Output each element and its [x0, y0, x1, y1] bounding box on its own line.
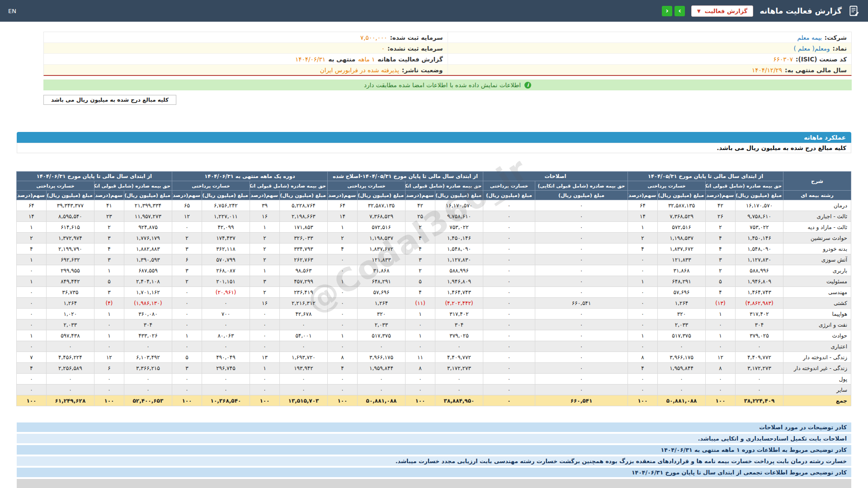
table-cell: ۲,۰۳۳	[357, 319, 405, 330]
table-cell: ۴۱	[94, 200, 124, 211]
table-cell: ۲	[405, 265, 435, 276]
performance-table-body: درمان۱۶,۱۷۰,۵۷۰۴۲۳۲,۵۸۷,۱۳۵۶۴۰۰۱۶,۱۷۰,۵۷…	[16, 200, 851, 406]
table-cell: ۸۰,۰۶۳	[202, 330, 250, 341]
insurance-line-label: جمع	[783, 395, 851, 406]
table-cell: ۳	[405, 254, 435, 265]
table-cell: ۱	[327, 222, 357, 233]
symbol-link[interactable]: ومعلم( معلم )	[793, 45, 830, 52]
table-cell: ۰	[483, 319, 535, 330]
col-subgroup-premium: حق بیمه صادره (شامل قبولی اتکایی)	[250, 181, 327, 191]
table-cell: ۲,۰۳۳	[658, 319, 706, 330]
table-cell: ۰	[357, 385, 405, 395]
table-cell: ۵۴,۰۰۱	[279, 330, 327, 341]
table-cell: ۰	[627, 385, 657, 395]
table-cell: ۳۳۴,۷۹۳	[279, 244, 327, 254]
table-cell: ۰	[46, 341, 94, 352]
table-cell: ۳۸,۲۲۴,۴۰۹	[736, 395, 783, 406]
col-subgroup-premium: حق بیمه صادره (شامل قبولی اتکایی)	[405, 181, 483, 191]
table-cell: ۷۵۳,۰۲۲	[435, 222, 483, 233]
table-cell: ۲	[172, 276, 202, 287]
col-group-prior-cumulative: از ابتدای سال مالی تا پایان مورخ ۱۴۰۴/۰۵…	[627, 172, 783, 181]
table-cell: ۰	[327, 319, 357, 330]
table-cell: ۳۲۶,۰۳۳	[279, 233, 327, 244]
performance-table: شرح از ابتدای سال مالی تا پایان مورخ ۱۴۰…	[16, 171, 851, 406]
table-cell: ۰	[736, 385, 783, 395]
language-toggle[interactable]: EN	[8, 8, 16, 14]
table-cell: ۱	[627, 330, 657, 341]
table-cell: ۰	[535, 254, 627, 265]
table-cell: ۲	[627, 233, 657, 244]
isic-label: کد صنعت (ISIC):	[796, 56, 847, 63]
table-cell: ۳۲۰	[658, 309, 706, 319]
table-cell: ۰	[250, 319, 279, 330]
table-cell: ۳	[94, 287, 124, 298]
symbol-cell: نماد: ومعلم( معلم )	[448, 43, 852, 53]
col-subgroup-claims: خسارت پرداختی	[627, 181, 705, 191]
table-cell: ۰	[483, 363, 535, 374]
table-cell: ۰	[535, 244, 627, 254]
table-cell: ۱۱,۹۵۷,۲۷۳	[124, 211, 172, 222]
isic-cell: کد صنعت (ISIC): ۶۶۰۳۰۷	[448, 54, 852, 64]
table-cell: ۰	[327, 341, 357, 352]
table-cell: ۱	[706, 309, 736, 319]
insurance-line-label: درمان	[783, 200, 851, 211]
table-cell: ۳۲۰	[357, 309, 405, 319]
report-type-select[interactable]: گزارش فعالیت ▼	[691, 5, 753, 17]
table-cell: ۹۲۴,۸۷۵	[124, 222, 172, 233]
table-cell: ۰	[327, 298, 357, 309]
table-cell: ۱	[627, 222, 657, 233]
table-cell: ۱۳,۵۱۵,۷۰۳	[279, 395, 327, 406]
col-header-amount: مبلغ (میلیون ریال)	[124, 191, 172, 200]
col-group-cumulative: از ابتدای سال مالی تا پایان مورخ ۱۴۰۴/۰۶…	[16, 172, 172, 181]
performance-amounts-note: کلیه مبالغ درج شده به میلیون ریال می باش…	[17, 143, 851, 153]
insurance-line-label: ثالث - مازاد و دیه	[783, 222, 851, 233]
table-cell: ۰	[535, 319, 627, 330]
col-subgroup-premium: حق بیمه صادره (شامل قبولی اتکایی)	[535, 181, 627, 191]
table-cell: ۱,۴۵۰,۱۴۶	[435, 233, 483, 244]
prev-report-button[interactable]: ‹	[662, 6, 672, 16]
table-cell: ۰	[357, 341, 405, 352]
table-row: نفت و انرژی۳۰۴۰۲,۰۳۳۰۰۰۳۰۴۰۲,۰۳۳۰۰۰۰۰۳۰۴…	[16, 319, 851, 330]
table-cell: ۴	[405, 244, 435, 254]
table-cell: ۰	[627, 341, 657, 352]
table-cell: ۷,۳۶۸,۵۲۹	[357, 211, 405, 222]
table-cell: ۱	[94, 330, 124, 341]
table-cell: ۰	[535, 374, 627, 385]
col-header-share: سهم(درصد)	[172, 191, 202, 200]
table-cell: ۳۷۹,۰۲۵	[435, 330, 483, 341]
table-cell: ۰	[16, 385, 46, 395]
table-row: کشتی(۴,۸۶۲,۹۸۳)(۱۳)۱,۲۶۴۰۶۶۰,۵۴۱۰(۴,۲۰۲,…	[16, 298, 851, 309]
table-cell: ۰	[627, 298, 657, 309]
company-label: شرکت:	[825, 34, 847, 41]
company-name-link[interactable]: بیمه معلم	[797, 34, 821, 41]
table-cell: ۴,۴۰۹,۷۷۲	[435, 352, 483, 363]
fiscal-year-cell: سال مالی منتهی به: ۱۴۰۴/۱۲/۲۹	[448, 65, 852, 75]
col-header-amount: مبلغ (میلیون ریال)	[357, 191, 405, 200]
table-cell: ۲۹۶,۷۴۵	[202, 363, 250, 374]
registered-capital-cell: سرمایه ثبت شده: ۷,۵۰۰,۰۰۰	[44, 32, 448, 42]
col-group-one-month: دوره یک ماهه منتهی به ۱۴۰۴/۰۶/۳۱	[172, 172, 327, 181]
table-cell: (۱,۹۸۶,۱۳۰)	[124, 298, 172, 309]
table-cell: ۰	[535, 341, 627, 352]
table-cell: ۲۰۱,۱۵۱	[202, 276, 250, 287]
col-subgroup-claims: خسارت پرداختی	[16, 181, 94, 191]
table-cell: ۱۲	[172, 211, 202, 222]
table-cell: ۰	[405, 385, 435, 395]
table-cell: ۵	[405, 276, 435, 287]
table-cell: ۵	[172, 352, 202, 363]
table-cell: ۸	[706, 363, 736, 374]
table-cell: ۰	[627, 265, 657, 276]
table-cell: ۹۸,۵۶۳	[279, 265, 327, 276]
table-cell: ۳,۱۷۲,۲۷۳	[435, 363, 483, 374]
col-header-amount: مبلغ (میلیون ریال)	[535, 191, 627, 200]
insurance-line-label: مهندسی	[783, 287, 851, 298]
table-cell: ۴	[94, 244, 124, 254]
next-report-button[interactable]: ›	[675, 6, 685, 16]
chevron-down-icon: ▼	[697, 9, 701, 14]
table-cell: ۱۰۰	[405, 395, 435, 406]
table-cell: ۰	[535, 222, 627, 233]
col-header-amount: مبلغ (میلیون ریال)	[435, 191, 483, 200]
table-cell: ۰	[172, 222, 202, 233]
table-cell: ۶,۱۰۳,۴۹۲	[124, 352, 172, 363]
section-title: عملکرد ماهانه	[17, 132, 851, 143]
